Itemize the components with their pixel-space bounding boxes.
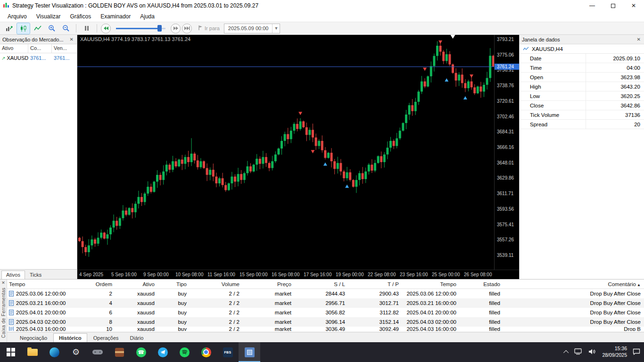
- goto-group: Ir para: [198, 25, 220, 32]
- history-cell: xauusd: [116, 300, 158, 306]
- price-axis[interactable]: 3793.213775.063756.913738.763720.613702.…: [494, 35, 519, 270]
- candlestick-chart[interactable]: [77, 35, 494, 269]
- edge-browser-icon[interactable]: [43, 342, 65, 362]
- zoom-in-button[interactable]: [45, 23, 58, 34]
- minimize-button[interactable]: —: [582, 0, 603, 11]
- history-cell: buy: [158, 319, 190, 325]
- history-row[interactable]: 2025.04.01 20:00:006xauusdbuy2 / 2market…: [7, 308, 644, 317]
- data-window-label: Date: [520, 54, 586, 63]
- display-network-icon[interactable]: [574, 348, 583, 356]
- toolbar: Ir para 2025.05.09 00:00 ▼: [0, 22, 644, 35]
- strategy-tester-taskbar-icon[interactable]: [239, 342, 260, 362]
- history-column-header[interactable]: Estado: [460, 281, 504, 287]
- tab-historico[interactable]: Histórico: [53, 333, 87, 342]
- menu-arquivo[interactable]: Arquivo: [3, 13, 32, 20]
- history-column-header[interactable]: Ativo: [116, 281, 158, 287]
- history-cell: market: [243, 291, 295, 296]
- maximize-button[interactable]: [603, 0, 623, 11]
- whatsapp-icon[interactable]: ☎: [130, 342, 152, 362]
- price-axis-label: 3684.31: [497, 129, 514, 134]
- menu-graficos[interactable]: Gráficos: [66, 13, 96, 20]
- history-row[interactable]: 2025.04.03 02:00:008xauusdbuy2 / 2market…: [7, 317, 644, 327]
- market-watch-tabs: Ativos Ticks: [0, 269, 77, 279]
- ask-price: 3761...: [52, 55, 77, 61]
- tab-negociacao[interactable]: Negociação: [15, 334, 52, 342]
- history-cell: 2 / 2: [190, 319, 243, 325]
- candlestick-view-button[interactable]: [17, 23, 30, 34]
- game-controller-icon[interactable]: [87, 342, 108, 362]
- column-header-venda[interactable]: Ven...: [52, 44, 77, 53]
- market-watch-row[interactable]: ↗ XAUUSD 3761... 3761...: [0, 53, 77, 63]
- toolbox-close-icon[interactable]: ✕: [1, 280, 5, 285]
- action-center-icon[interactable]: [633, 348, 640, 356]
- history-column-header[interactable]: S / L: [295, 281, 348, 287]
- toolbox-panel: ✕ Caixa de Ferramentas TempoOrdemAtivoTi…: [0, 279, 644, 342]
- tray-expand-icon[interactable]: [563, 350, 569, 355]
- price-axis-label: 3738.76: [497, 83, 514, 88]
- history-cell-time: 2025.04.03 16:00:00: [7, 327, 78, 331]
- tab-ticks[interactable]: Ticks: [25, 271, 46, 279]
- history-column-header[interactable]: Volume: [190, 281, 243, 287]
- price-axis-label: 3629.86: [497, 175, 514, 181]
- goto-date-value[interactable]: 2025.05.09 00:00: [224, 25, 272, 31]
- history-row[interactable]: 2025.03.21 16:00:004xauusdbuy2 / 2market…: [7, 298, 644, 308]
- settings-gear-icon[interactable]: ⚙: [65, 342, 87, 362]
- telegram-icon[interactable]: [152, 342, 173, 362]
- file-explorer-icon[interactable]: [22, 342, 43, 362]
- history-cell: 2: [78, 291, 116, 296]
- pause-button[interactable]: [80, 23, 93, 34]
- history-cell: filled: [460, 291, 504, 296]
- time-axis-label: 23 Sep 16:00: [400, 272, 428, 277]
- history-column-header[interactable]: Preço: [243, 281, 295, 287]
- package-app-icon[interactable]: [108, 342, 130, 362]
- spotify-icon[interactable]: [173, 342, 195, 362]
- tab-operacoes[interactable]: Operações: [88, 334, 124, 342]
- tab-ativos[interactable]: Ativos: [1, 271, 25, 279]
- data-window-row: High3643.20: [520, 82, 644, 91]
- chart-canvas[interactable]: XAUUSD,H4 3774.19 3783.17 3761.13 3761.2…: [77, 35, 494, 270]
- volume-icon[interactable]: [588, 348, 596, 356]
- tab-diario[interactable]: Diário: [125, 334, 149, 342]
- history-column-header[interactable]: Tempo: [402, 281, 460, 287]
- column-header-ativo[interactable]: Ativo: [0, 44, 28, 53]
- chrome-icon[interactable]: [195, 342, 217, 362]
- history-column-header[interactable]: Tempo: [7, 281, 78, 287]
- market-watch-panel: Observação do Mercado... ✕ Ativo Co... V…: [0, 35, 77, 279]
- data-window-title: Janela de dados: [522, 37, 560, 42]
- tick-chart-button[interactable]: [3, 23, 16, 34]
- history-column-header[interactable]: Tipo: [158, 281, 190, 287]
- data-window-value: 3620.25: [586, 91, 644, 100]
- taskbar-clock[interactable]: 15:36 28/09/2025: [602, 346, 627, 358]
- data-window-row: Close3642.86: [520, 101, 644, 110]
- history-row[interactable]: 2025.04.03 16:00:0010xauusdbuy2 / 2marke…: [7, 327, 644, 331]
- slider-thumb[interactable]: [157, 25, 162, 32]
- market-watch-close-icon[interactable]: ✕: [69, 37, 74, 42]
- menu-visualizar[interactable]: Visualizar: [32, 13, 66, 20]
- sort-arrow-icon[interactable]: ▲: [636, 283, 641, 287]
- chevron-down-icon[interactable]: ▼: [272, 24, 280, 33]
- data-window-close-icon[interactable]: ✕: [636, 37, 642, 42]
- speed-slider[interactable]: [116, 25, 165, 32]
- time-axis[interactable]: 4 Sep 20255 Sep 16:009 Sep 00:0010 Sep 0…: [77, 270, 519, 279]
- history-row[interactable]: 2025.03.06 12:00:002xauusdbuy2 / 2market…: [7, 289, 644, 298]
- menu-examinador[interactable]: Examinador: [96, 13, 135, 20]
- fbs-app-icon[interactable]: FBS: [217, 342, 239, 362]
- close-button[interactable]: ✕: [623, 0, 644, 11]
- history-column-header[interactable]: Comentário ▲: [504, 281, 644, 287]
- slow-down-button[interactable]: [101, 24, 111, 33]
- data-window-row: Low3620.25: [520, 91, 644, 101]
- skip-to-end-button[interactable]: [182, 24, 192, 33]
- line-chart-view-button[interactable]: [31, 23, 44, 34]
- menu-ajuda[interactable]: Ajuda: [135, 13, 159, 20]
- time-axis-label: 15 Sep 00:00: [239, 272, 268, 277]
- history-column-header[interactable]: Ordem: [78, 281, 116, 287]
- window-title: Strategy Tester Visualization : GOLDEN B…: [12, 2, 258, 9]
- speed-up-button[interactable]: [171, 24, 181, 33]
- time-axis-label: 11 Sep 16:00: [207, 272, 235, 277]
- goto-date-input[interactable]: 2025.05.09 00:00 ▼: [224, 24, 281, 33]
- zoom-out-button[interactable]: [59, 23, 72, 34]
- history-column-header[interactable]: T / P: [348, 281, 402, 287]
- market-watch-empty-area: [0, 63, 77, 269]
- start-button[interactable]: [0, 342, 22, 362]
- column-header-compra[interactable]: Co...: [28, 44, 52, 53]
